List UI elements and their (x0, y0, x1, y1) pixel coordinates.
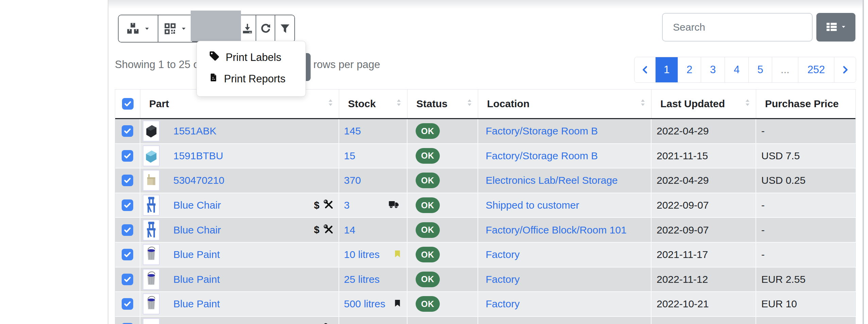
page-button-2[interactable]: 2 (678, 57, 701, 82)
pdf-file-icon (209, 72, 218, 85)
part-thumbnail[interactable] (143, 170, 160, 191)
location-link[interactable]: Factory/Storage Room B (486, 125, 598, 137)
page-button-4[interactable]: 4 (725, 57, 749, 82)
status-badge: OK (416, 247, 440, 262)
last-updated-value: 2022-04-29 (657, 125, 709, 137)
location-link[interactable]: Factory (486, 274, 520, 285)
table-row: Blue Paint10 litresOKFactory2021-11-17- (115, 243, 855, 268)
page-next-button[interactable] (834, 57, 856, 82)
caret-down-icon (144, 27, 150, 31)
part-thumbnail[interactable] (143, 120, 160, 142)
part-thumbnail[interactable] (143, 195, 160, 216)
column-header-stock[interactable]: Stock (339, 90, 407, 118)
purchase-price-cell: - (756, 243, 856, 268)
location-link[interactable]: Factory (486, 249, 520, 260)
part-cell: Blue Paint (140, 268, 339, 292)
part-link[interactable]: Blue Paint (173, 298, 220, 310)
column-header-location[interactable]: Location (478, 90, 652, 118)
filter-icon (280, 24, 290, 34)
part-thumbnail[interactable] (143, 293, 160, 314)
page-prev-button[interactable] (635, 57, 656, 82)
barcode-actions-button[interactable] (158, 15, 193, 42)
column-header-status[interactable]: Status (407, 90, 478, 118)
stock-link[interactable]: 10 litres (344, 249, 380, 260)
download-icon (242, 23, 253, 34)
page-button-5[interactable]: 5 (749, 57, 772, 82)
stock-link[interactable]: 3 (344, 199, 350, 211)
row-checkbox[interactable] (122, 274, 133, 285)
part-thumbnail[interactable] (143, 318, 160, 324)
page-button-3[interactable]: 3 (701, 57, 725, 82)
scrollbar-track[interactable] (863, 0, 864, 324)
part-thumbnail[interactable] (143, 145, 160, 166)
row-checkbox[interactable] (122, 249, 133, 260)
sort-icon[interactable] (395, 98, 402, 110)
location-cell: Factory/Storage Room B (478, 144, 652, 169)
top-shadow (108, 0, 863, 9)
table-row: $ (115, 317, 855, 324)
column-header-last-updated[interactable]: Last Updated (652, 90, 756, 118)
select-all-header[interactable] (115, 90, 140, 118)
select-all-checkbox[interactable] (122, 98, 134, 110)
column-header-purchase-price[interactable]: Purchase Price (756, 90, 856, 118)
purchase-price-value: USD 7.5 (761, 150, 800, 162)
column-visibility-button[interactable] (816, 13, 855, 42)
row-checkbox[interactable] (122, 199, 133, 211)
status-badge: OK (416, 173, 440, 188)
purchase-price-cell: EUR 2.55 (756, 268, 856, 292)
status-cell: OK (407, 218, 478, 243)
stock-link[interactable]: 500 litres (344, 298, 385, 310)
part-cell: Blue Chair$ (140, 193, 339, 218)
refresh-button[interactable] (256, 15, 276, 42)
page-button-252[interactable]: 252 (798, 57, 834, 82)
sort-icon[interactable] (639, 98, 646, 110)
export-download-button[interactable] (239, 15, 256, 42)
part-link[interactable]: 1591BTBU (173, 150, 223, 162)
sort-icon[interactable] (327, 98, 334, 110)
print-menu-item-print-labels[interactable]: Print Labels (197, 47, 306, 68)
part-link[interactable]: 1551ABK (173, 125, 216, 137)
stock-link[interactable]: 370 (344, 175, 361, 186)
row-checkbox[interactable] (122, 125, 133, 137)
part-link[interactable]: 530470210 (173, 175, 224, 186)
row-checkbox[interactable] (122, 175, 133, 186)
location-cell: Electronics Lab/Reel Storage (478, 168, 652, 193)
table-body: 1551ABK145OKFactory/Storage Room B2022-0… (115, 119, 855, 324)
location-link[interactable]: Factory/Office Block/Room 101 (486, 224, 627, 236)
row-checkbox[interactable] (122, 150, 133, 162)
part-thumbnail[interactable] (143, 220, 160, 241)
part-thumbnail[interactable] (143, 269, 160, 290)
location-cell: Shipped to customer (478, 193, 652, 218)
status-badge: OK (416, 296, 440, 312)
stock-actions-button[interactable] (119, 15, 158, 42)
stock-link[interactable]: 25 litres (344, 274, 380, 285)
table-row: Blue Chair$14OKFactory/Office Block/Room… (115, 218, 855, 243)
row-checkbox[interactable] (122, 224, 133, 236)
table-row: 530470210370OKElectronics Lab/Reel Stora… (115, 168, 855, 193)
stock-link[interactable]: 14 (344, 224, 355, 236)
part-link[interactable]: Blue Paint (173, 274, 220, 285)
search-input[interactable] (662, 13, 813, 42)
part-link[interactable]: Blue Chair (173, 199, 221, 211)
stock-link[interactable]: 15 (344, 150, 355, 162)
part-link[interactable]: Blue Chair (173, 224, 221, 236)
row-checkbox[interactable] (122, 298, 133, 310)
filter-button[interactable] (275, 15, 294, 42)
print-menu-item-print-reports[interactable]: Print Reports (197, 68, 306, 90)
stock-link[interactable]: 145 (344, 125, 361, 137)
location-link[interactable]: Factory/Storage Room B (486, 150, 598, 162)
location-link[interactable]: Shipped to customer (486, 199, 579, 211)
part-link[interactable]: Blue Paint (173, 249, 220, 260)
print-button-focus-ring (191, 11, 241, 41)
location-link[interactable]: Electronics Lab/Reel Storage (486, 175, 618, 186)
page-ellipsis[interactable]: ... (772, 57, 798, 82)
location-link[interactable]: Factory (486, 298, 520, 310)
status-badge: OK (416, 197, 440, 213)
status-cell: OK (407, 268, 478, 292)
sort-icon[interactable] (744, 98, 751, 110)
part-thumbnail[interactable] (143, 244, 160, 265)
dollar-icon: $ (314, 224, 319, 236)
sort-icon[interactable] (466, 98, 473, 110)
page-button-1[interactable]: 1 (656, 57, 678, 82)
location-cell: Factory/Office Block/Room 101 (478, 218, 652, 243)
